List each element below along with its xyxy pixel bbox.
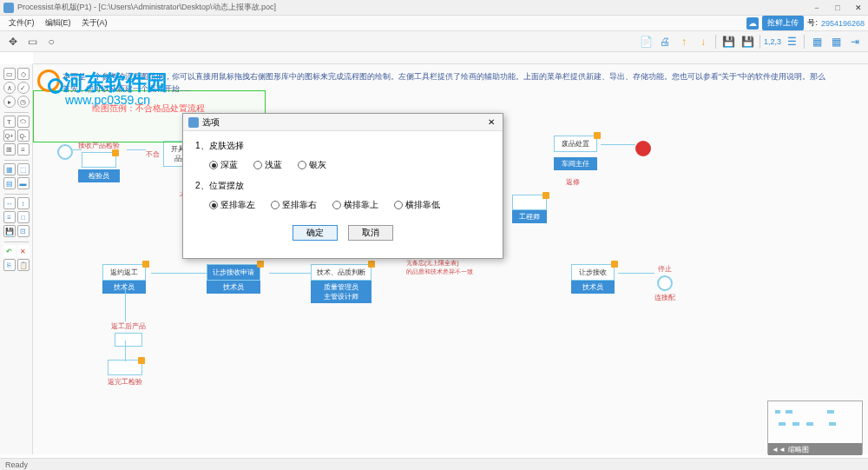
radio-pos-2[interactable]: 横排靠上	[332, 199, 378, 211]
tool-rect[interactable]: ▭	[23, 33, 41, 50]
statusbar: Ready	[0, 458, 868, 470]
tool-circle[interactable]: ○	[43, 33, 60, 50]
watermark: 河东软件园 www.pc0359.cn	[37, 69, 168, 107]
menubar: 文件(F) 编辑(E) 关于(A) ☁ 抢鲜上传 号: 2954196268	[0, 16, 868, 31]
node-repair-txt: 返修	[566, 177, 580, 187]
tool-lasso[interactable]: ⬭	[17, 116, 30, 128]
upload-button[interactable]: 抢鲜上传	[762, 16, 804, 30]
ruler-horizontal	[33, 52, 868, 64]
tool-print-icon[interactable]: 🖨	[656, 33, 674, 50]
tool-v[interactable]: ↕	[17, 197, 30, 209]
intro-text: 本页是一个参考的流程图范例，你可以直接用鼠标拖拽右侧图形库中的图标来完成流程图的…	[62, 71, 833, 95]
dialog-icon	[188, 117, 199, 128]
dialog-ok-button[interactable]: 确定	[293, 225, 338, 241]
toolbar: ✥ ▭ ○ 📄 🖨 ↑ ↓ 💾 💾 1,2,3 ☰ ▦ ▦ ⇥	[0, 31, 868, 52]
tool-undo[interactable]: ↶	[3, 245, 16, 257]
menu-about[interactable]: 关于(A)	[76, 17, 113, 29]
tool-disk2[interactable]: ⊡	[17, 225, 30, 237]
radio-pos-3[interactable]: 横排靠低	[394, 199, 440, 211]
node-inspect[interactable]: 接收产品检验 检验员	[78, 141, 120, 182]
shape-rect[interactable]: ▭	[3, 68, 16, 80]
tool-align1[interactable]: ≡	[17, 143, 30, 156]
node-apply[interactable]: 让步接收申请 技术员	[207, 264, 260, 294]
user-id[interactable]: 2954196268	[821, 19, 865, 28]
tool-a2[interactable]: ⬚	[17, 163, 30, 175]
section-position-label: 2、位置摆放	[195, 180, 490, 192]
tool-save-icon[interactable]: 💾	[720, 33, 737, 50]
tool-h[interactable]: ↔	[3, 197, 16, 209]
node-rework[interactable]: 返约返工 技术员	[102, 264, 146, 294]
tool-sq[interactable]: □	[17, 211, 30, 223]
tool-pointer[interactable]: ✥	[4, 33, 22, 50]
tool-zoom-in[interactable]: Q+	[3, 129, 16, 142]
radio-pos-0[interactable]: 竖排靠左	[209, 199, 255, 211]
node-dispose[interactable]: 废品处置 车间主任	[554, 136, 597, 170]
tool-grid[interactable]: ⊞	[3, 143, 16, 156]
tool-up-icon[interactable]: ↑	[675, 33, 693, 50]
node-afterwork[interactable]: 返工后产品	[111, 321, 146, 348]
minimize-button[interactable]: −	[811, 2, 823, 14]
app-icon	[3, 3, 14, 13]
tool-new-icon[interactable]: 📄	[637, 33, 654, 50]
tool-a4[interactable]: ▬	[17, 177, 30, 189]
minimap-canvas	[768, 401, 862, 443]
tool-text[interactable]: T	[3, 116, 16, 128]
watermark-logo-icon	[37, 70, 63, 96]
menu-file[interactable]: 文件(F)	[3, 17, 40, 29]
start-node[interactable]	[57, 144, 73, 160]
tool-indent-icon[interactable]: ⇥	[846, 33, 864, 50]
tool-number-icon[interactable]: 1,2,3	[764, 33, 781, 50]
menu-edit[interactable]: 编辑(E)	[40, 17, 76, 29]
tool-zoom-out[interactable]: Q-	[17, 129, 30, 142]
tool-eq[interactable]: ≡	[3, 211, 16, 223]
end-node[interactable]	[635, 141, 651, 156]
tool-saveas-icon[interactable]: 💾	[739, 33, 756, 50]
tool-grid2-icon[interactable]: ▦	[827, 33, 845, 50]
tool-grid1-icon[interactable]: ▦	[808, 33, 825, 50]
tool-copy[interactable]: ⎘	[3, 259, 16, 271]
minimap-label[interactable]: ◄◄缩略图	[768, 443, 862, 455]
cloud-icon: ☁	[746, 17, 759, 30]
dialog-title: 选项	[202, 116, 485, 129]
tool-a1[interactable]: ▦	[3, 163, 16, 175]
section-skin-label: 1、皮肤选择	[195, 140, 490, 152]
left-tool-panel: ▭◇ ∧✓ ▸◷ T⬭ Q+Q- ⊞≡ ▦⬚ ▤▬ ↔↕ ≡□ 💾⊡ ↶✕ ⎘📋	[0, 64, 33, 454]
tool-disk1[interactable]: 💾	[3, 225, 16, 237]
titlebar-text: Processist单机版(P1) - [C:\Users\Administra…	[17, 2, 811, 13]
minimap[interactable]: ◄◄缩略图	[767, 400, 863, 454]
user-label: 号:	[807, 17, 818, 29]
tool-a3[interactable]: ▤	[3, 177, 16, 189]
tool-down-icon[interactable]: ↓	[694, 33, 712, 50]
shape-check[interactable]: ✓	[17, 82, 30, 94]
radio-pos-1[interactable]: 竖排靠右	[271, 199, 317, 211]
dialog-cancel-button[interactable]: 取消	[348, 225, 393, 241]
options-dialog: 选项 ✕ 1、皮肤选择 深蓝 浅蓝 银灰 2、位置摆放 竖排靠左 竖排靠右 横排…	[182, 113, 503, 259]
dialog-close-button[interactable]: ✕	[485, 116, 497, 129]
maximize-button[interactable]: □	[832, 2, 844, 14]
close-button[interactable]: ✕	[852, 2, 865, 14]
tool-list-icon[interactable]: ☰	[783, 33, 800, 50]
tool-redo[interactable]: ✕	[17, 245, 30, 257]
shape-play[interactable]: ▸	[3, 96, 16, 108]
node-engineer[interactable]: 工程师	[512, 195, 547, 223]
radio-skin-1[interactable]: 浅蓝	[253, 159, 282, 171]
shape-circle[interactable]: ∧	[3, 82, 16, 94]
tool-paste[interactable]: 📋	[17, 259, 30, 271]
node-stop[interactable]: 停止 连接配	[654, 264, 675, 302]
node-judge[interactable]: 技术、品质判断 质量管理员 主管设计师	[311, 264, 372, 303]
radio-skin-0[interactable]: 深蓝	[209, 159, 238, 171]
node-reinspect[interactable]: 返完工检验	[108, 360, 142, 387]
status-text: Ready	[5, 460, 28, 469]
shape-clock[interactable]: ◷	[17, 96, 30, 108]
radio-skin-2[interactable]: 银灰	[298, 159, 326, 171]
shape-diamond[interactable]: ◇	[17, 68, 30, 80]
titlebar: Processist单机版(P1) - [C:\Users\Administra…	[0, 0, 868, 16]
node-accept[interactable]: 让步接收 技术员	[571, 264, 615, 294]
